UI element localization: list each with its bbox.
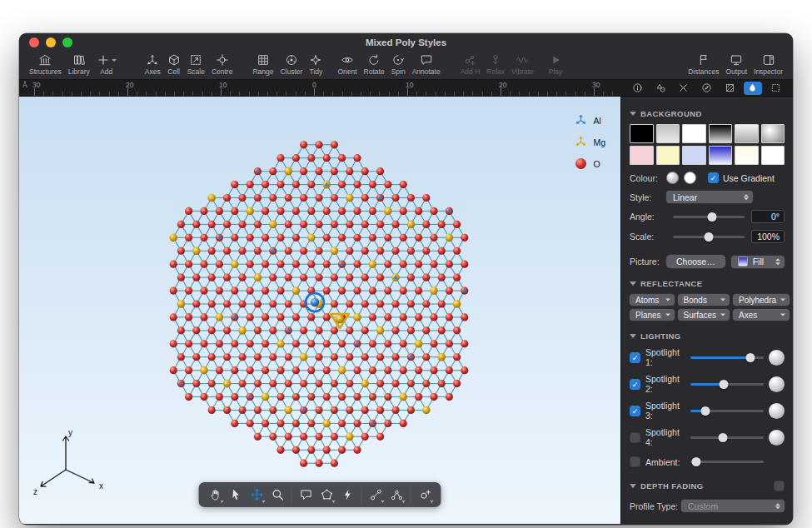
background-swatch[interactable] [682, 124, 706, 143]
info-tab[interactable] [628, 82, 647, 95]
toolbar-label: Cluster [280, 67, 302, 76]
ambient-checkbox[interactable] [630, 456, 640, 467]
ambient-slider[interactable] [690, 456, 764, 468]
reflectance-planes-popup[interactable]: Planes [630, 309, 675, 321]
toolbar-annotate[interactable]: Annotate [409, 53, 444, 76]
toolbar-add[interactable]: Add [93, 53, 120, 76]
background-swatch[interactable] [735, 124, 759, 143]
background-swatch[interactable] [630, 124, 654, 143]
tools-tab[interactable] [674, 82, 693, 95]
compass-tab[interactable] [697, 82, 716, 95]
spotlight-1-checkbox[interactable] [630, 352, 640, 363]
quick-measure-tool[interactable] [337, 485, 358, 505]
background-swatch[interactable] [682, 146, 706, 165]
angle-slider[interactable] [673, 211, 745, 222]
label-tool[interactable] [296, 485, 316, 505]
ruler: Å 30 20 10 0 10 20 30 [19, 80, 620, 96]
background-section-header[interactable]: BACKGROUND [630, 109, 785, 118]
tool-chevron-icon [332, 501, 336, 503]
toolbar-range[interactable]: Range [249, 53, 276, 76]
tool-chevron-icon [431, 501, 434, 503]
spotlight-2-checkbox[interactable] [630, 379, 640, 390]
toolbar-structures[interactable]: Structures [26, 53, 65, 76]
inspector-icon [762, 53, 775, 67]
background-swatch[interactable] [709, 124, 733, 143]
colour-well-white[interactable] [684, 172, 696, 184]
polygon-select-tool[interactable] [316, 485, 337, 505]
toolbar-centre[interactable]: Centre [208, 53, 237, 76]
spotlight-3-checkbox[interactable] [630, 406, 640, 416]
pattern-tab[interactable] [720, 82, 740, 95]
angle-value[interactable]: 0° [751, 210, 785, 223]
add-atom-tool[interactable] [415, 485, 436, 505]
toolbar-tidy[interactable]: Tidy [306, 53, 326, 76]
background-swatch[interactable] [630, 146, 654, 165]
reflectance-atoms-popup[interactable]: Atoms [630, 294, 675, 306]
toolbar-spin[interactable]: Spin [388, 53, 409, 76]
slider-knob[interactable] [746, 353, 755, 362]
bond-two-atoms-icon [369, 488, 382, 501]
slider-knob[interactable] [700, 406, 710, 416]
lighting-section-header[interactable]: LIGHTING [630, 331, 785, 341]
background-swatch[interactable] [709, 146, 733, 165]
background-swatch[interactable] [656, 146, 680, 165]
slider-knob[interactable] [719, 380, 728, 389]
angle-tool[interactable] [386, 485, 407, 505]
zoom-tool[interactable] [267, 485, 288, 505]
profile-type-popup[interactable]: Custom [681, 500, 785, 512]
spotlight-3-slider[interactable] [690, 405, 764, 416]
depth-fading-section-header[interactable]: DEPTH FADING [630, 481, 774, 491]
structure-canvas[interactable]: Al Mg O y x z [19, 97, 620, 524]
background-swatch[interactable] [761, 124, 785, 143]
toolbar-axes[interactable]: Axes [142, 53, 164, 76]
use-gradient-checkbox[interactable] [708, 172, 719, 183]
background-swatch[interactable] [656, 124, 680, 143]
atom-plus-icon [418, 488, 431, 501]
toolbar-cell[interactable]: Cell [164, 53, 184, 76]
spotlight-4-checkbox[interactable] [630, 432, 640, 443]
spotlight-3-label: Spotlight 3: [645, 401, 685, 421]
scale-slider[interactable] [673, 231, 745, 242]
reflectance-bonds-popup[interactable]: Bonds [678, 294, 730, 306]
fill-popup[interactable]: Fill [731, 256, 785, 268]
slider-knob[interactable] [692, 457, 701, 466]
toolbar-output[interactable]: Output [723, 53, 751, 76]
reflectance-surfaces-popup[interactable]: Surfaces [678, 309, 730, 321]
translate-tool[interactable] [247, 485, 267, 505]
depth-fading-checkbox[interactable] [774, 481, 785, 491]
selection-tab[interactable] [766, 82, 785, 95]
toolbar-rotate[interactable]: Rotate [361, 53, 388, 76]
inspector-tab-strip [620, 80, 793, 96]
popup-value: Axes [739, 311, 757, 320]
arrow-select-tool[interactable] [226, 485, 247, 505]
spotlight-1-slider[interactable] [690, 351, 764, 363]
reflectance-polyhedra-popup[interactable]: Polyhedra [733, 294, 790, 306]
toolbar-distances[interactable]: Distances [685, 53, 722, 76]
toolbar-inspector[interactable]: Inspector [750, 53, 786, 76]
toolbar-orient[interactable]: Orient [334, 53, 360, 76]
appearance-tab[interactable] [744, 82, 763, 95]
choose-picture-button[interactable]: Choose… [666, 255, 725, 268]
toolbar-library[interactable]: Library [65, 53, 93, 76]
toolbar-cluster[interactable]: Cluster [276, 53, 306, 76]
spotlight-4-slider[interactable] [690, 431, 764, 443]
reflectance-axes-popup[interactable]: Axes [733, 309, 790, 321]
reflectance-section-header[interactable]: REFLECTANCE [630, 279, 785, 288]
colour-well-gradient[interactable] [666, 172, 679, 184]
toolbar-scale[interactable]: Scale [184, 53, 208, 76]
scale-value[interactable]: 100% [751, 230, 785, 243]
background-swatch[interactable] [761, 146, 785, 165]
style-popup[interactable]: Linear [666, 191, 753, 203]
spotlight-2-row: Spotlight 2: [630, 374, 785, 394]
spotlight-2-slider[interactable] [690, 378, 764, 390]
section-title: BACKGROUND [640, 109, 702, 118]
slider-knob[interactable] [705, 232, 714, 242]
slider-knob[interactable] [708, 212, 717, 222]
distance-tool[interactable] [366, 485, 386, 505]
toolbar-label: Axes [145, 67, 161, 76]
slider-knob[interactable] [718, 433, 727, 442]
shapes-tab[interactable] [651, 82, 670, 95]
pan-tool[interactable] [205, 485, 226, 505]
shapes-icon [655, 82, 666, 93]
background-swatch[interactable] [735, 146, 759, 165]
